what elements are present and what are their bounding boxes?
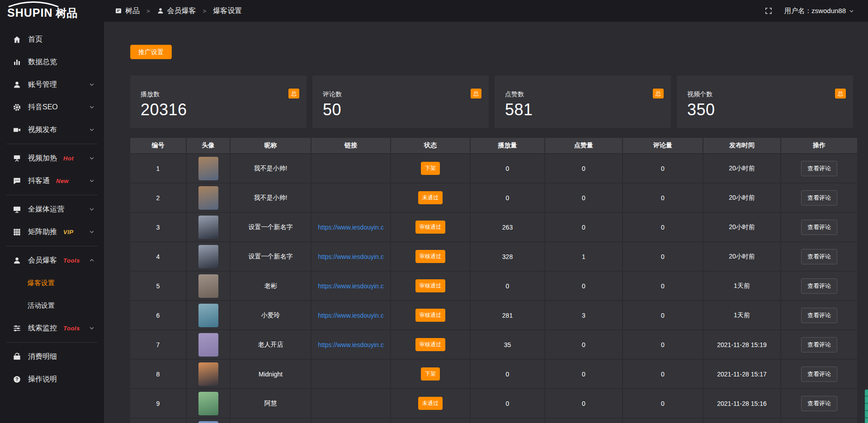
cell-likes: 0: [545, 389, 622, 418]
sidebar-item[interactable]: 视频加热Hot: [0, 147, 104, 169]
sidebar-item[interactable]: 线索监控Tools: [0, 317, 104, 339]
sidebar-item[interactable]: 账号管理: [0, 73, 104, 96]
breadcrumb-label: 会员爆客: [167, 6, 196, 16]
view-comments-button[interactable]: 查看评论: [801, 308, 837, 323]
main-content: 推广设置 播放数20316总评论数50总点赞数581总视频个数350总 编号头像…: [104, 22, 868, 423]
cell-link[interactable]: https://www.iesdouyin.c: [311, 272, 390, 300]
view-comments-button[interactable]: 查看评论: [801, 220, 837, 235]
cell-nickname: 我不是小帅!: [231, 154, 311, 183]
cell-action: 查看评论: [781, 154, 857, 183]
stat-label: 视频个数: [687, 90, 844, 99]
column-header: 操作: [781, 138, 857, 153]
breadcrumb-item[interactable]: 树品: [115, 6, 140, 16]
sidebar-item[interactable]: 数据总览: [0, 51, 104, 73]
breadcrumb-item[interactable]: 爆客设置: [213, 6, 242, 16]
floating-widget-tab[interactable]: [865, 390, 868, 423]
cell-avatar: [187, 213, 230, 241]
status-badge: 审核通过: [415, 338, 445, 351]
chevron-down-icon: [89, 104, 95, 110]
cell-likes: 0: [545, 154, 622, 183]
brand-logo[interactable]: SHUPIN 树品: [0, 0, 104, 22]
stat-value: 581: [505, 100, 662, 119]
cell-status: 审核通过: [391, 301, 470, 329]
view-comments-button[interactable]: 查看评论: [801, 249, 837, 264]
sidebar-item[interactable]: 抖客通New: [0, 169, 104, 192]
chart-icon: [13, 58, 21, 66]
sidebar: 首页数据总览账号管理抖音SEO视频发布视频加热Hot抖客通New全媒体运营矩阵助…: [0, 22, 104, 423]
column-header: 链接: [311, 138, 390, 153]
cell-link[interactable]: https://www.iesdouyin.c: [311, 242, 390, 271]
total-badge: 总: [835, 89, 846, 99]
cell-index: 3: [130, 213, 186, 241]
cell-comments: 0: [623, 360, 703, 388]
cell-link[interactable]: https://www.iesdouyin.c: [311, 213, 390, 241]
chevron-down-icon: [89, 81, 95, 88]
view-comments-button[interactable]: 查看评论: [801, 396, 837, 411]
promotion-settings-button[interactable]: 推广设置: [130, 45, 172, 59]
user-icon: [13, 256, 21, 265]
sidebar-item[interactable]: 操作说明: [0, 368, 104, 390]
cell-link: [311, 183, 390, 212]
cell-index: 5: [130, 272, 186, 300]
cell-comments: 0: [623, 301, 703, 329]
sidebar-subitem-label: 爆客设置: [28, 279, 55, 287]
screen-icon: [13, 154, 21, 163]
sidebar-item-label: 矩阵助推: [28, 227, 57, 237]
chevron-down-icon: [89, 325, 95, 331]
view-comments-button[interactable]: 查看评论: [801, 190, 837, 206]
cell-link[interactable]: https://www.iesdouyin.c: [311, 301, 390, 329]
sidebar-divider: [6, 246, 98, 246]
sidebar-item-tag: VIP: [63, 229, 73, 235]
cell-nickname: 小爱玲: [231, 301, 311, 329]
sidebar-item-label: 消费明细: [28, 352, 57, 362]
sidebar-item[interactable]: 消费明细: [0, 345, 104, 368]
breadcrumb-item[interactable]: 会员爆客: [157, 6, 196, 16]
cell-index: 8: [130, 360, 186, 388]
cell-avatar: [187, 418, 230, 423]
cell-avatar: [187, 330, 230, 359]
cell-link[interactable]: https://www.iesdouyin.c: [311, 330, 390, 359]
sidebar-item[interactable]: 矩阵助推VIP: [0, 221, 104, 243]
cell-likes: 3: [545, 301, 622, 329]
cell-likes: 0: [545, 213, 622, 241]
view-comments-button[interactable]: 查看评论: [801, 278, 837, 294]
cell-action: 查看评论: [781, 389, 857, 418]
home-icon: [13, 35, 21, 44]
fullscreen-icon[interactable]: [764, 7, 773, 15]
cell-likes: 0: [545, 272, 622, 300]
cell-plays: 0: [471, 360, 544, 388]
sidebar-subitem[interactable]: 活动设置: [0, 294, 104, 317]
column-header: 编号: [130, 138, 186, 153]
sidebar-menu: 首页数据总览账号管理抖音SEO视频发布视频加热Hot抖客通New全媒体运营矩阵助…: [0, 28, 104, 390]
sidebar-item-label: 视频发布: [28, 125, 57, 135]
sidebar-subitem[interactable]: 爆客设置: [0, 272, 104, 294]
avatar: [198, 157, 218, 180]
sidebar-item[interactable]: 抖音SEO: [0, 96, 104, 118]
view-comments-button[interactable]: 查看评论: [801, 367, 837, 382]
cell-status: [391, 418, 470, 423]
cell-nickname: 老人开店: [231, 330, 311, 359]
cell-nickname: 设置一个新名字: [231, 242, 311, 271]
sidebar-item[interactable]: 会员爆客Tools: [0, 249, 104, 272]
status-badge: 审核通过: [415, 309, 445, 322]
user-menu[interactable]: 用户名：zswodun88: [784, 7, 854, 15]
cell-publish-time: 2021-11-28 15:19: [703, 330, 780, 359]
stat-card: 评论数50总: [312, 75, 489, 128]
sidebar-item[interactable]: 全媒体运营: [0, 198, 104, 221]
view-comments-button[interactable]: 查看评论: [801, 161, 837, 176]
status-badge: 未通过: [418, 397, 443, 410]
stat-value: 50: [323, 100, 480, 119]
cell-publish-time: 20小时前: [703, 213, 780, 241]
cell-publish-time: [703, 418, 780, 423]
cell-action: 查看评论: [781, 272, 857, 300]
sidebar-item-label: 全媒体运营: [28, 205, 64, 214]
cell-status: 未通过: [391, 183, 470, 212]
sidebar-item[interactable]: 视频发布: [0, 118, 104, 141]
cell-index: 6: [130, 301, 186, 329]
sidebar-item[interactable]: 首页: [0, 28, 104, 51]
view-comments-button[interactable]: 查看评论: [801, 337, 837, 352]
cell-publish-time: 20小时前: [703, 242, 780, 271]
cell-index: 2: [130, 183, 186, 212]
chevron-down-icon: [89, 229, 95, 235]
breadcrumb-label: 爆客设置: [213, 6, 242, 16]
